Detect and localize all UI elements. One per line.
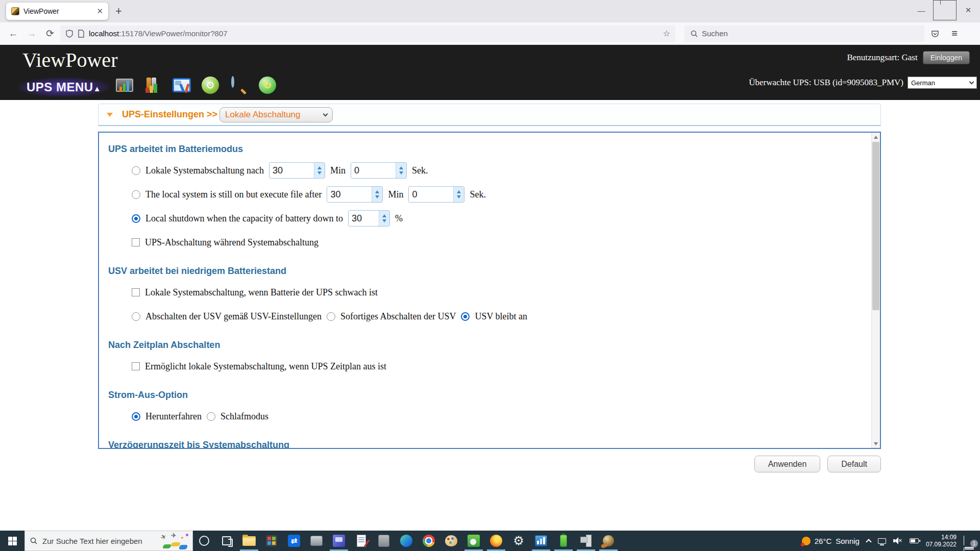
browser-search-bar[interactable]: Suchen	[684, 26, 924, 42]
control-gear-icon[interactable]: ⚙	[199, 74, 222, 96]
notification-center-icon[interactable]: 1	[964, 536, 975, 545]
checkbox-unchecked[interactable]	[132, 288, 140, 296]
orange-triangle-icon[interactable]	[107, 113, 113, 117]
taskbar-app-teamviewer[interactable]: ⇄	[283, 531, 305, 551]
spinner-input[interactable]	[327, 187, 372, 202]
analyze-search-icon[interactable]	[228, 74, 250, 96]
taskbar-app-utility-gray[interactable]	[305, 531, 328, 551]
spin-down-icon[interactable]	[375, 195, 379, 198]
breadcrumb-bar: UPS-Einstellungen >> Lokale Abschaltung	[98, 104, 881, 126]
taskbar-app-chrome[interactable]	[418, 531, 440, 551]
forward-button[interactable]: →	[23, 26, 40, 42]
remote-app-icon	[333, 535, 345, 547]
browser-tab[interactable]: ViewPower ✕	[6, 3, 108, 20]
page-info-icon[interactable]	[78, 30, 85, 38]
spin-up-icon[interactable]	[382, 214, 386, 217]
taskbar-app-battery-app[interactable]	[552, 531, 575, 551]
network-icon[interactable]	[878, 538, 886, 544]
tab-close-icon[interactable]: ✕	[96, 7, 103, 16]
spinner-input[interactable]	[270, 163, 314, 178]
monitor-app-icon	[535, 535, 547, 546]
url-bar[interactable]: localhost:15178/ViewPower/monitor?807 ☆	[60, 26, 675, 42]
spinner-input[interactable]	[409, 187, 453, 202]
radio-unchecked[interactable]	[207, 412, 215, 421]
taskbar-app-globe-app[interactable]	[597, 531, 620, 551]
taskbar-app-pc-tower-app[interactable]	[575, 531, 597, 551]
spinner-input[interactable]	[349, 211, 379, 226]
scroll-up-icon[interactable]	[872, 133, 880, 141]
taskbar-app-edge[interactable]	[395, 531, 418, 551]
spin-down-icon[interactable]	[382, 219, 386, 222]
radio-unchecked[interactable]	[132, 166, 140, 175]
taskbar-app-external-drive[interactable]	[373, 531, 395, 551]
form-label: Local shutdown when the capacity of batt…	[145, 213, 343, 224]
form-label: %	[395, 213, 403, 224]
menu-icon[interactable]: ≡	[946, 26, 963, 42]
log-books-icon[interactable]	[142, 74, 164, 96]
taskbar-app-settings[interactable]: ⚙	[507, 531, 530, 551]
spinner-input[interactable]	[351, 163, 396, 178]
taskbar-app-file-explorer[interactable]	[238, 531, 260, 551]
reload-button[interactable]: ⟳	[42, 26, 58, 42]
taskbar-app-microsoft-store[interactable]	[260, 531, 283, 551]
clock-widget[interactable]: 14:09 07.09.2022	[926, 534, 957, 548]
windows-taskbar: Zur Suche Text hier eingeben ✈ ✈ ⇄⚙ 26°C…	[0, 531, 980, 551]
checkbox-unchecked[interactable]	[132, 238, 140, 246]
scrollbar-thumb[interactable]	[872, 142, 879, 310]
apply-button[interactable]: Anwenden	[754, 456, 821, 472]
tray-expand-icon[interactable]	[866, 539, 871, 544]
config-tools-icon[interactable]	[170, 74, 193, 96]
volume-muted-icon[interactable]: ✕	[893, 537, 902, 544]
url-text[interactable]: localhost:15178/ViewPower/monitor?807	[89, 29, 659, 38]
taskbar-app-notepad[interactable]	[350, 531, 373, 551]
weather-widget[interactable]: 26°C Sonnig	[802, 537, 860, 545]
pocket-icon[interactable]	[926, 26, 944, 42]
spin-down-icon[interactable]	[317, 171, 322, 174]
taskbar-app-remote-app[interactable]	[328, 531, 350, 551]
refresh-icon[interactable]: ↻	[256, 74, 279, 96]
spin-down-icon[interactable]	[399, 171, 403, 174]
ups-menu-button[interactable]: UPS MENU▲	[18, 78, 109, 97]
taskbar-app-paint[interactable]	[440, 531, 462, 551]
tracking-shield-icon[interactable]	[65, 30, 74, 38]
default-button[interactable]: Default	[827, 456, 881, 472]
back-button[interactable]: ←	[5, 26, 21, 42]
spin-down-icon[interactable]	[457, 195, 461, 198]
window-restore-button[interactable]	[933, 0, 957, 20]
settings-page-select[interactable]: Lokale Abschaltung	[219, 107, 333, 122]
taskbar-app-cortana[interactable]	[193, 531, 215, 551]
scheduler-app-icon	[468, 535, 480, 547]
radio-unchecked[interactable]	[132, 312, 140, 321]
number-spinner	[351, 162, 407, 179]
radio-checked[interactable]	[461, 312, 470, 321]
taskbar-search-box[interactable]: Zur Suche Text hier eingeben ✈ ✈	[24, 531, 193, 551]
start-button[interactable]	[0, 531, 24, 551]
section-heading: Strom-Aus-Option	[108, 390, 865, 400]
panel-scrollbar[interactable]	[871, 133, 880, 448]
spin-up-icon[interactable]	[375, 190, 379, 193]
radio-checked[interactable]	[132, 214, 140, 223]
login-button[interactable]: Einloggen	[923, 51, 970, 64]
taskbar-app-firefox[interactable]	[485, 531, 507, 551]
new-tab-button[interactable]: +	[115, 5, 122, 18]
breadcrumb-title: UPS-Einstellungen >>	[122, 109, 217, 120]
browser-toolbar: ← → ⟳ localhost:15178/ViewPower/monitor?…	[0, 22, 980, 45]
radio-unchecked[interactable]	[327, 312, 335, 321]
taskbar-app-task-view[interactable]	[215, 531, 238, 551]
radio-checked[interactable]	[132, 412, 140, 421]
scroll-down-icon[interactable]	[872, 439, 880, 448]
taskbar-app-monitor-app[interactable]	[530, 531, 552, 551]
radio-unchecked[interactable]	[132, 190, 140, 199]
language-select[interactable]: German	[908, 77, 977, 89]
spin-up-icon[interactable]	[399, 166, 403, 169]
battery-icon[interactable]	[910, 538, 919, 543]
taskbar-app-scheduler-app[interactable]	[462, 531, 485, 551]
monitor-status-icon[interactable]	[113, 74, 136, 96]
spin-up-icon[interactable]	[317, 166, 322, 169]
bookmark-star-icon[interactable]: ☆	[663, 29, 670, 38]
window-minimize-button[interactable]: —	[910, 0, 933, 20]
spin-up-icon[interactable]	[457, 190, 461, 193]
checkbox-unchecked[interactable]	[132, 362, 140, 370]
notepad-icon	[357, 535, 366, 547]
window-close-button[interactable]: ✕	[957, 0, 980, 20]
